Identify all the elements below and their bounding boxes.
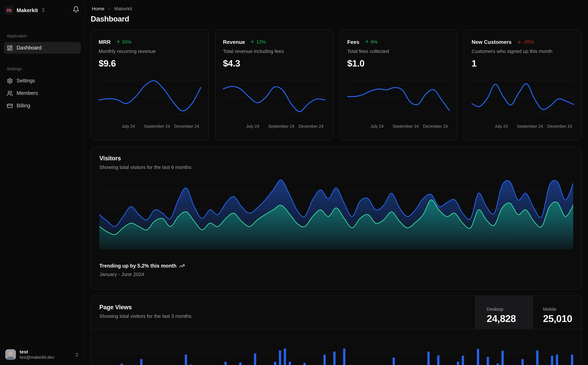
page-views-subtitle: Showing total visitors for the last 3 mo… (99, 313, 467, 319)
bar (477, 349, 479, 365)
stat-card-subtitle: Total fees collected (347, 48, 450, 54)
breadcrumb: Home Makerkit (92, 6, 582, 11)
stat-card-revenue: Revenue 12% Total revenue including fees… (215, 29, 333, 141)
makerkit-logo: m (5, 6, 14, 14)
x-tick: September 24 (517, 124, 543, 128)
bar (393, 358, 395, 365)
bar (323, 355, 326, 365)
chevrons-up-down-icon (41, 8, 46, 13)
bar (457, 362, 459, 365)
users-icon (7, 90, 13, 96)
section-label-settings: Settings (4, 67, 81, 71)
mrr-sparkline-chart (99, 77, 201, 121)
stat-cards-row: MRR 20% Monthly recurring revenue $9.6 J… (91, 29, 582, 141)
stat-card-subtitle: Monthly recurring revenue (99, 48, 201, 54)
user-meta: test test@makerkit.dev (20, 350, 71, 359)
avatar (5, 349, 16, 360)
main-content: Home Makerkit Dashboard MRR 20% Monthly … (85, 0, 588, 365)
x-tick: December 24 (174, 124, 199, 128)
x-axis-labels: July 24 September 24 December 24 (347, 124, 450, 130)
section-label-application: Application (4, 34, 81, 38)
sidebar-item-members[interactable]: Members (4, 87, 81, 99)
trend-value: -25% (523, 39, 534, 45)
sidebar-item-label: Members (17, 90, 38, 96)
bar (284, 348, 286, 365)
toggle-desktop[interactable]: Desktop 24,828 (475, 296, 533, 329)
visitors-subtitle: Showing total visitors for the last 6 mo… (99, 164, 573, 170)
visitors-title: Visitors (99, 155, 573, 162)
bar (239, 363, 242, 365)
breadcrumb-makerkit: Makerkit (114, 6, 132, 11)
x-tick: September 24 (268, 124, 294, 128)
new-customers-sparkline-chart (471, 77, 574, 121)
fees-sparkline-chart (347, 77, 450, 121)
arrow-down-icon (517, 40, 521, 44)
user-menu[interactable]: test test@makerkit.dev (3, 347, 82, 362)
sidebar-item-settings[interactable]: Settings (4, 75, 81, 86)
bar (556, 355, 558, 365)
sidebar-item-billing[interactable]: Billing (4, 100, 81, 112)
sidebar-item-label: Billing (17, 103, 30, 108)
sidebar-header: m Makerkit (3, 5, 82, 15)
page-title: Dashboard (91, 15, 582, 23)
x-tick: December 24 (547, 124, 572, 128)
bar (279, 351, 281, 365)
revenue-sparkline-chart (223, 77, 325, 121)
x-axis-labels: July 24 September 24 December 24 (471, 124, 574, 130)
x-tick: July 24 (122, 124, 135, 128)
trend-value: 12% (256, 39, 266, 45)
x-tick: September 24 (144, 124, 170, 128)
page-views-title: Page Views (99, 304, 467, 311)
sidebar-item-dashboard[interactable]: Dashboard (4, 42, 81, 54)
settings-gear-icon (7, 77, 13, 84)
arrow-up-icon (365, 40, 369, 44)
bar (501, 351, 504, 365)
visitors-trend-text: Trending up by 5.2% this month (99, 263, 176, 269)
bar (487, 357, 489, 365)
x-tick: September 24 (393, 124, 419, 128)
x-tick: July 24 (246, 124, 259, 128)
x-axis-labels: July 24 September 24 December 24 (99, 124, 201, 130)
x-axis-labels: July 24 September 24 December 24 (223, 124, 325, 130)
stat-card-mrr: MRR 20% Monthly recurring revenue $9.6 J… (91, 29, 209, 141)
workspace-switcher[interactable]: m Makerkit (5, 6, 46, 14)
bell-icon (73, 6, 79, 13)
stat-card-value: $4.3 (223, 58, 325, 69)
visitors-panel: Visitors Showing total visitors for the … (91, 147, 582, 289)
x-tick: July 24 (370, 124, 384, 128)
visitors-area-chart (99, 177, 573, 250)
user-email: test@makerkit.dev (20, 355, 71, 360)
stat-card-fees: Fees 9% Total fees collected $1.0 July 2… (339, 29, 458, 141)
desktop-value: 24,828 (487, 313, 533, 325)
stat-card-value: 1 (471, 58, 574, 69)
stat-card-new-customers: New Customers -25% Customers who signed … (463, 29, 582, 141)
bar (254, 353, 256, 365)
bar (427, 351, 429, 365)
trend-value: 9% (371, 39, 377, 45)
stat-card-value: $1.0 (347, 58, 450, 69)
credit-card-icon (7, 103, 13, 109)
visitors-footer: Trending up by 5.2% this month January -… (99, 263, 573, 277)
trend-badge: 12% (250, 39, 266, 45)
app-window: m Makerkit Application Dashboard (0, 0, 588, 365)
trending-up-icon (179, 263, 185, 269)
chevron-right-icon (107, 7, 111, 11)
bar (120, 364, 123, 365)
x-tick: July 24 (495, 124, 508, 128)
desktop-label: Desktop (487, 307, 533, 312)
notifications-button[interactable] (72, 5, 80, 15)
mobile-value: 25,010 (543, 313, 581, 325)
x-tick: December 24 (298, 124, 324, 128)
x-tick: December 24 (423, 124, 448, 128)
bar (274, 362, 276, 365)
toggle-mobile[interactable]: Mobile 25,010 (533, 296, 581, 329)
breadcrumb-home[interactable]: Home (92, 6, 104, 11)
bar (343, 348, 345, 365)
sidebar-item-label: Settings (17, 78, 35, 84)
bar (462, 356, 464, 365)
arrow-up-icon (116, 40, 120, 44)
workspace-name: Makerkit (17, 7, 38, 13)
bar (497, 364, 499, 365)
arrow-up-icon (250, 40, 255, 44)
bar (551, 356, 553, 365)
